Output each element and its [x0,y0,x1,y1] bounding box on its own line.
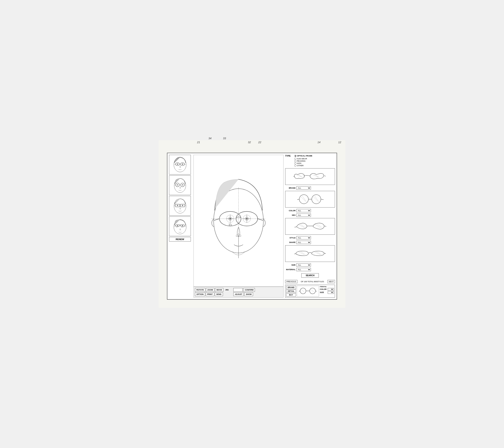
shape-select[interactable]: ALL [296,241,311,244]
svg-line-53 [298,174,303,178]
style-select[interactable]: ALL [296,236,311,240]
glasses-thumb-4[interactable] [285,245,335,262]
size-select[interactable]: ALL [296,263,311,267]
svg-point-56 [299,195,308,204]
center-panel: ROTATE ZOOM MOVE OPTION PRINT SEND IPD [194,155,284,298]
next-button[interactable]: NEXT [327,280,335,283]
shape-filter-row: SHAPE ALL [285,241,335,244]
show-button[interactable]: SHOW [244,292,253,296]
svg-line-72 [294,254,296,254]
type-reading-radio[interactable] [294,160,296,162]
svg-line-59 [297,199,299,200]
ref-14: 14 [318,141,321,144]
type-sunwear-radio[interactable] [294,158,296,160]
glasses-thumb-2[interactable] [285,191,335,207]
type-other[interactable]: OTHER [294,165,335,167]
brand-button[interactable]: BRAND [286,286,296,289]
face-area [194,155,283,287]
detail-size-select[interactable] [328,291,334,294]
svg-point-6 [177,164,178,165]
type-reading-label: READING [297,160,306,162]
main-content: RENEW [167,153,337,299]
svg-line-84 [311,289,314,292]
bottom-controls-panel: ROTATE ZOOM MOVE OPTION PRINT SEND IPD [194,287,283,297]
svg-point-22 [177,205,178,206]
buy-button[interactable]: BUY [286,293,296,297]
thumbnail-4[interactable] [169,216,191,236]
svg-point-47 [246,218,248,220]
svg-line-12 [175,185,176,185]
type-radio-group: SUN WEAR READING KIDS OTHER [294,158,335,167]
detail-info: ITEM No. COLOR SIZE [320,286,334,297]
svg-line-81 [299,291,300,291]
ipd-input[interactable] [233,288,243,292]
detail-size-row: SIZE [320,291,334,294]
svg-line-74 [298,251,304,255]
type-sunwear[interactable]: SUN WEAR [294,158,335,160]
detail-buttons: BRAND DETAIL BUY [286,286,296,297]
option-button[interactable]: OPTION [195,292,205,296]
svg-line-67 [324,226,326,226]
type-optical[interactable]: OPTICAL FRAME [294,155,312,157]
control-group-1: ROTATE ZOOM MOVE OPTION PRINT SEND [195,288,223,296]
ref-33: 33 [223,137,226,140]
thumbnail-3[interactable] [169,196,191,216]
detail-glasses-svg [298,286,317,296]
svg-line-66 [294,227,297,227]
thumb-face-svg-1 [171,156,189,173]
svg-line-13 [184,185,185,185]
glasses-thumb-3[interactable] [285,218,335,235]
shape-label: SHAPE [285,241,296,243]
glasses-svg-3 [293,220,327,233]
svg-line-4 [174,164,176,165]
svg-line-55 [314,174,319,178]
send-button[interactable]: SEND [215,292,223,296]
svg-point-28 [177,225,178,226]
type-kids[interactable]: KIDS [294,162,335,164]
svg-line-51 [324,176,326,176]
thumb-face-svg-3 [171,197,189,215]
thumbnail-2[interactable] [169,175,191,195]
detail-button[interactable]: DETAIL [286,289,296,293]
ref-34: 34 [208,137,211,140]
glasses-thumb-1[interactable] [285,168,335,185]
thumb-face-svg-2 [171,176,189,194]
move-button[interactable]: MOVE [215,288,224,292]
zoom-button[interactable]: ZOOM [206,288,215,292]
detail-color-select[interactable] [328,288,334,291]
glasses-svg-1 [293,170,327,183]
main-face-svg [203,171,274,271]
sex-select[interactable]: ALL [296,214,311,217]
confirm-button[interactable]: CONFIRM [243,288,255,292]
material-filter-row: MATERIAL ALL [285,268,335,271]
svg-line-37 [258,219,263,220]
svg-point-57 [312,195,321,204]
type-kids-radio[interactable] [294,162,296,164]
type-filter: TYPE OPTICAL FRAME SUN WEAR [285,155,335,167]
thumb-face-svg-4 [171,218,189,235]
page-info: OF 100 TOTAL 600STYLES [298,280,327,283]
ref-12: 12 [338,141,341,144]
type-reading[interactable]: READING [294,160,335,162]
glasses-svg-2 [293,193,327,205]
search-button[interactable]: SEARCH [301,273,319,278]
svg-line-36 [214,219,219,220]
svg-line-5 [185,164,186,165]
color-label: COLOR [285,210,296,212]
renew-button[interactable]: RENEW [169,237,191,242]
type-other-radio[interactable] [294,165,296,167]
brand-select[interactable]: ALL [296,186,311,190]
type-row: TYPE OPTICAL FRAME [285,155,335,157]
print-button[interactable]: PRINT [206,292,214,296]
style-label: STYLE [285,237,296,239]
previous-button[interactable]: PREVIOUS [285,280,297,283]
style-filter-row: STYLE ALL [285,236,335,240]
adjust-button[interactable]: ADJUST [233,292,244,296]
ipd-label: IPD [225,289,233,291]
type-optical-radio[interactable] [294,155,296,157]
material-select[interactable]: ALL [296,268,311,271]
thumbnail-1[interactable] [169,155,191,174]
color-select[interactable]: ALL [296,209,311,212]
rotate-button[interactable]: ROTATE [195,288,205,292]
detail-color-label: COLOR [320,288,327,290]
